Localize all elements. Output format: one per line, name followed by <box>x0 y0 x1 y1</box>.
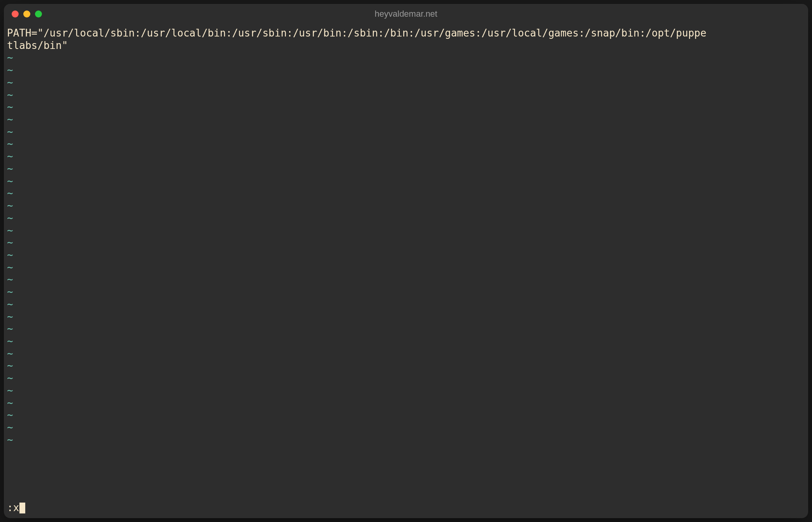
empty-line-tilde: ~ <box>7 273 805 286</box>
empty-line-tilde: ~ <box>7 212 805 224</box>
empty-line-tilde: ~ <box>7 348 805 360</box>
empty-line-tilde: ~ <box>7 421 805 434</box>
empty-line-tilde: ~ <box>7 360 805 372</box>
vim-command-line[interactable]: :x <box>7 502 805 518</box>
empty-line-tilde: ~ <box>7 224 805 237</box>
terminal-content[interactable]: PATH="/usr/local/sbin:/usr/local/bin:/us… <box>4 24 808 518</box>
empty-line-tilde: ~ <box>7 52 805 64</box>
empty-line-tilde: ~ <box>7 138 805 150</box>
empty-line-tilde: ~ <box>7 335 805 348</box>
vim-command-text: :x <box>7 502 19 514</box>
terminal-window: heyvaldemar.net PATH="/usr/local/sbin:/u… <box>4 4 808 518</box>
close-icon[interactable] <box>12 10 19 17</box>
window-title: heyvaldemar.net <box>375 9 437 19</box>
empty-line-tilde: ~ <box>7 200 805 212</box>
empty-line-tilde: ~ <box>7 77 805 89</box>
empty-line-tilde: ~ <box>7 409 805 421</box>
empty-line-tilde: ~ <box>7 397 805 409</box>
empty-line-tilde: ~ <box>7 89 805 101</box>
title-bar: heyvaldemar.net <box>4 4 808 24</box>
file-content-line-2[interactable]: tlabs/bin" <box>7 40 805 52</box>
empty-line-tilde: ~ <box>7 101 805 113</box>
empty-line-tilde: ~ <box>7 286 805 298</box>
empty-line-tilde: ~ <box>7 163 805 175</box>
empty-line-tilde: ~ <box>7 64 805 77</box>
empty-line-tilde: ~ <box>7 385 805 397</box>
empty-lines-area[interactable]: ~~~~~~~~~~~~~~~~~~~~~~~~~~~~~~~~ <box>7 52 805 502</box>
minimize-icon[interactable] <box>23 10 30 17</box>
cursor-icon <box>19 503 25 513</box>
empty-line-tilde: ~ <box>7 237 805 249</box>
empty-line-tilde: ~ <box>7 298 805 311</box>
maximize-icon[interactable] <box>35 10 42 17</box>
file-content-line-1[interactable]: PATH="/usr/local/sbin:/usr/local/bin:/us… <box>7 27 805 40</box>
empty-line-tilde: ~ <box>7 434 805 446</box>
empty-line-tilde: ~ <box>7 261 805 274</box>
empty-line-tilde: ~ <box>7 249 805 261</box>
traffic-lights <box>12 10 42 17</box>
empty-line-tilde: ~ <box>7 175 805 188</box>
empty-line-tilde: ~ <box>7 113 805 126</box>
empty-line-tilde: ~ <box>7 126 805 138</box>
empty-line-tilde: ~ <box>7 187 805 200</box>
empty-line-tilde: ~ <box>7 372 805 385</box>
empty-line-tilde: ~ <box>7 150 805 163</box>
empty-line-tilde: ~ <box>7 311 805 323</box>
empty-line-tilde: ~ <box>7 323 805 335</box>
